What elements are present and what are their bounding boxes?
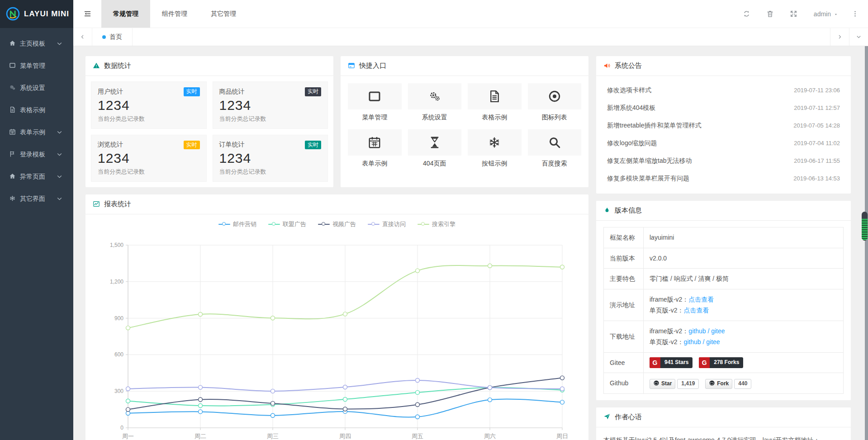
top-nav-other[interactable]: 其它管理 [199,0,248,28]
sidebar-item-system-settings[interactable]: 系统设置 [0,77,73,99]
tab-scroll-left-button[interactable] [73,28,92,46]
gears-icon [9,84,20,91]
svg-text:900: 900 [114,315,123,322]
fullscreen-icon[interactable] [784,0,804,28]
legend-item-search-engine[interactable]: 搜索引擎 [417,220,455,228]
gears-icon [408,83,462,109]
svg-text:1,500: 1,500 [110,242,123,248]
chevron-down-icon [856,33,862,40]
chevron-down-icon [56,151,67,158]
sidebar-item-error-pages[interactable]: 异常页面 [0,166,73,188]
sidebar-item-home-template[interactable]: 主页模板 [0,33,73,55]
svg-text:300: 300 [114,388,123,394]
author-text: 本模板基于layui2.5.4以及font-awesome-4.7.0进行实现。… [596,427,851,440]
quick-link-button-demo[interactable]: 按钮示例 [468,129,522,175]
stat-value: 1234 [219,151,322,166]
legend-item-direct[interactable]: 直接访问 [368,220,406,228]
flag-icon [9,151,20,158]
logo[interactable]: LAYUI MINI [0,0,73,28]
row-label: 演示地址 [604,289,644,321]
list-item: 修改选项卡样式 2019-07-11 23:06 [607,81,840,99]
card-title: 版本信息 [615,206,642,215]
top-nav-general[interactable]: 常规管理 [101,0,150,28]
github-fork-count[interactable]: 440 [734,379,751,389]
announcement-text: 修复多模块菜单栏展开有问题 [607,175,689,183]
gitee-forks-badge[interactable]: G 278 Forks [699,357,743,368]
quick-grid: 菜单管理 系统设置 表格示例 [341,76,588,176]
stat-caption: 当前分类总记录数 [98,115,200,123]
gitee-stars-badge[interactable]: G 941 Stars [650,357,693,368]
list-item: 修改logo缩放问题 2019-07-04 11:02 [607,134,840,152]
card-title: 报表统计 [104,200,131,208]
collapse-menu-icon[interactable] [73,0,101,28]
page-content: 数据统计 用户统计 实时 1234 当前分类总记录数 [73,46,868,440]
quick-link-404-page[interactable]: 404页面 [408,129,462,175]
svg-text:周二: 周二 [194,433,206,440]
line-chart-icon [93,200,104,208]
sidebar-item-label: 菜单管理 [20,62,45,70]
tab-label: 首页 [109,33,122,41]
sidebar-item-form-demo[interactable]: 表单示例 [0,121,73,143]
github-star-count[interactable]: 1,419 [677,379,699,389]
row-value: 零门槛 / 响应式 / 清爽 / 极简 [644,269,844,289]
legend-item-video-ads[interactable]: 视频广告 [318,220,356,228]
sidebar-nav: 主页模板 菜单管理 系统设置 表格示例 表单示例 登录 [0,28,73,210]
quick-link-table-demo[interactable]: 表格示例 [468,83,522,129]
table-row: Github Star 1,419 [604,373,844,394]
refresh-icon[interactable] [737,0,757,28]
sidebar-item-other-ui[interactable]: 其它界面 [0,188,73,210]
card-header: 报表统计 [85,194,588,214]
announcement-date: 2019-06-17 11:55 [794,157,840,164]
calendar-icon [9,128,20,136]
dots-vertical-icon[interactable] [848,0,862,28]
chart-legend: 邮件营销 联盟广告 视频广告 直接访问 [85,214,588,229]
legend-marker [268,222,280,227]
window-icon [9,62,20,69]
card-header: 快捷入口 [341,56,588,76]
table-row: 演示地址 iframe版-v2：点击查看 单页版-v2：点击查看 [604,289,844,321]
sidebar-item-table-demo[interactable]: 表格示例 [0,99,73,121]
download-links[interactable]: github / gitee [683,338,720,345]
tab-menu-button[interactable] [849,28,868,46]
card-header: 数据统计 [85,56,333,76]
row-value: iframe版-v2：点击查看 单页版-v2：点击查看 [644,289,844,321]
top-header: 常规管理 组件管理 其它管理 admin [73,0,868,28]
scrollbar-thumb[interactable] [862,212,868,241]
row-label: Gitee [604,352,644,373]
quick-link-form-demo[interactable]: 表单示例 [348,129,402,175]
legend-item-union-ads[interactable]: 联盟广告 [268,220,306,228]
trash-icon[interactable] [760,0,780,28]
announcement-date: 2019-06-13 14:53 [793,175,840,182]
quick-link-baidu-search[interactable]: 百度搜索 [528,129,582,175]
demo-link[interactable]: 点击查看 [688,296,714,303]
announcement-date: 2019-07-04 11:02 [794,140,840,147]
demo-link[interactable]: 点击查看 [683,307,709,314]
card-data-stats: 数据统计 用户统计 实时 1234 当前分类总记录数 [85,56,333,187]
caret-down-icon [834,10,838,18]
stat-label: 浏览统计 [98,141,123,149]
row-label: 下载地址 [604,321,644,352]
github-star-button[interactable]: Star [650,379,675,389]
status-badge: 实时 [305,87,321,96]
window-card-icon [348,62,359,70]
top-nav-components[interactable]: 组件管理 [150,0,199,28]
user-dropdown[interactable]: admin [807,10,844,18]
download-links[interactable]: github / gitee [688,327,725,335]
layui-logo-icon [5,6,20,21]
tab-home[interactable]: 首页 [92,28,133,46]
quick-label: 404页面 [408,160,462,168]
quick-link-system-settings[interactable]: 系统设置 [408,83,462,129]
scrollbar-track[interactable] [865,46,868,440]
github-icon [653,379,659,388]
list-item: 修复多模块菜单栏展开有问题 2019-06-13 14:53 [607,170,840,187]
legend-item-email[interactable]: 邮件营销 [218,220,256,228]
sidebar-item-login-template[interactable]: 登录模板 [0,143,73,166]
quick-link-menu-manage[interactable]: 菜单管理 [348,83,402,129]
table-row: 主要特色 零门槛 / 响应式 / 清爽 / 极简 [604,269,844,289]
quick-link-icon-list[interactable]: 图标列表 [528,83,582,129]
svg-text:周四: 周四 [339,433,351,440]
github-fork-button[interactable]: Fork [705,379,732,389]
tab-scroll-right-button[interactable] [830,28,849,46]
announcement-text: 修复左侧菜单缩放tab无法移动 [607,157,692,165]
sidebar-item-menu-manage[interactable]: 菜单管理 [0,55,73,77]
